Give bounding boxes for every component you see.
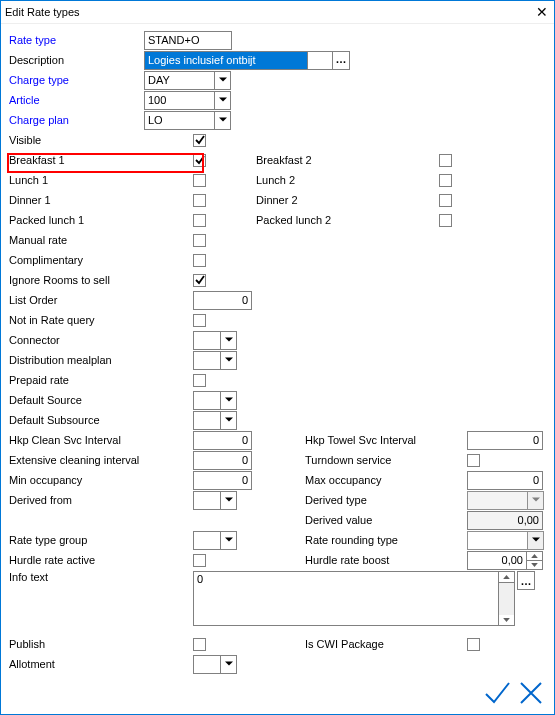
form-body: Rate type Description Logies inclusief o… [1,24,554,674]
dist-mealplan-input[interactable] [193,351,220,370]
spin-down-icon[interactable] [527,561,542,569]
charge-plan-input[interactable] [144,111,214,130]
hurdle-active-checkbox[interactable] [193,554,206,567]
chevron-down-icon[interactable] [220,411,237,430]
scroll-down-icon[interactable] [499,615,514,625]
manual-rate-checkbox[interactable] [193,234,206,247]
default-source-dropdown[interactable] [193,391,237,410]
scroll-up-icon[interactable] [499,572,514,583]
chevron-down-icon[interactable] [214,71,231,90]
label-visible: Visible [9,134,144,146]
default-subsource-dropdown[interactable] [193,411,237,430]
default-subsource-input[interactable] [193,411,220,430]
label-derived-type: Derived type [305,494,439,506]
rate-rounding-dropdown[interactable] [467,531,544,550]
label-hkp-towel: Hkp Towel Svc Interval [305,434,439,446]
label-dinner2: Dinner 2 [256,194,390,206]
derived-type-input[interactable] [467,491,527,510]
chevron-down-icon[interactable] [220,531,237,550]
label-packed-lunch1: Packed lunch 1 [9,214,144,226]
connector-dropdown[interactable] [193,331,237,350]
description-browse-button[interactable]: … [332,51,350,70]
ext-clean-input[interactable] [193,451,252,470]
prepaid-rate-checkbox[interactable] [193,374,206,387]
dinner2-checkbox[interactable] [439,194,452,207]
label-is-cwi: Is CWI Package [305,638,439,650]
rate-type-input[interactable] [144,31,232,50]
charge-type-input[interactable] [144,71,214,90]
derived-type-dropdown[interactable] [467,491,544,510]
label-derived-value: Derived value [305,514,439,526]
chevron-down-icon[interactable] [220,331,237,350]
publish-checkbox[interactable] [193,638,206,651]
hkp-towel-input[interactable] [467,431,543,450]
label-info-text: Info text [9,571,144,583]
rate-type-group-dropdown[interactable] [193,531,237,550]
rate-type-group-input[interactable] [193,531,220,550]
label-publish: Publish [9,638,144,650]
lunch2-checkbox[interactable] [439,174,452,187]
label-rate-type: Rate type [9,34,144,46]
label-rate-rounding: Rate rounding type [305,534,439,546]
info-text-browse-button[interactable]: … [517,571,535,590]
chevron-down-icon[interactable] [527,491,544,510]
allotment-input[interactable] [193,655,220,674]
label-complimentary: Complimentary [9,254,144,266]
lunch1-checkbox[interactable] [193,174,206,187]
connector-input[interactable] [193,331,220,350]
rate-rounding-input[interactable] [467,531,527,550]
close-icon[interactable]: ✕ [536,4,548,20]
min-occ-input[interactable] [193,471,252,490]
edit-rate-types-window: Edit Rate types ✕ Rate type Description … [0,0,555,715]
chevron-down-icon[interactable] [527,531,544,550]
label-not-in-rate-query: Not in Rate query [9,314,144,326]
label-derived-from: Derived from [9,494,144,506]
dinner1-checkbox[interactable] [193,194,206,207]
info-text-scrollbar[interactable] [499,571,515,626]
default-source-input[interactable] [193,391,220,410]
charge-plan-dropdown[interactable] [144,111,231,130]
label-dinner1: Dinner 1 [9,194,144,206]
chevron-down-icon[interactable] [214,111,231,130]
cancel-button[interactable] [516,678,546,710]
chevron-down-icon[interactable] [220,491,237,510]
breakfast1-checkbox[interactable] [193,154,206,167]
max-occ-input[interactable] [467,471,543,490]
hurdle-boost-input[interactable] [467,551,527,570]
article-input[interactable] [144,91,214,110]
ok-button[interactable] [482,678,512,710]
derived-from-dropdown[interactable] [193,491,237,510]
label-rate-type-group: Rate type group [9,534,144,546]
description-input[interactable]: Logies inclusief ontbijt [144,51,308,70]
derived-from-input[interactable] [193,491,220,510]
spin-up-icon[interactable] [527,552,542,561]
chevron-down-icon[interactable] [220,351,237,370]
chevron-down-icon[interactable] [220,655,237,674]
ignore-rooms-checkbox[interactable] [193,274,206,287]
label-default-source: Default Source [9,394,144,406]
visible-checkbox[interactable] [193,134,206,147]
hkp-clean-input[interactable] [193,431,252,450]
allotment-dropdown[interactable] [193,655,237,674]
label-prepaid-rate: Prepaid rate [9,374,144,386]
breakfast2-checkbox[interactable] [439,154,452,167]
turndown-checkbox[interactable] [467,454,480,467]
hurdle-boost-spinner[interactable] [527,551,543,570]
charge-type-dropdown[interactable] [144,71,231,90]
is-cwi-checkbox[interactable] [467,638,480,651]
packed-lunch2-checkbox[interactable] [439,214,452,227]
label-packed-lunch2: Packed lunch 2 [256,214,390,226]
info-text-input[interactable] [193,571,499,626]
list-order-input[interactable] [193,291,252,310]
label-ignore-rooms: Ignore Rooms to sell [9,274,144,286]
not-in-rate-query-checkbox[interactable] [193,314,206,327]
complimentary-checkbox[interactable] [193,254,206,267]
packed-lunch1-checkbox[interactable] [193,214,206,227]
label-hurdle-boost: Hurdle rate boost [305,554,439,566]
article-dropdown[interactable] [144,91,231,110]
derived-value-input[interactable] [467,511,543,530]
dist-mealplan-dropdown[interactable] [193,351,237,370]
label-breakfast1: Breakfast 1 [9,154,144,166]
chevron-down-icon[interactable] [214,91,231,110]
chevron-down-icon[interactable] [220,391,237,410]
